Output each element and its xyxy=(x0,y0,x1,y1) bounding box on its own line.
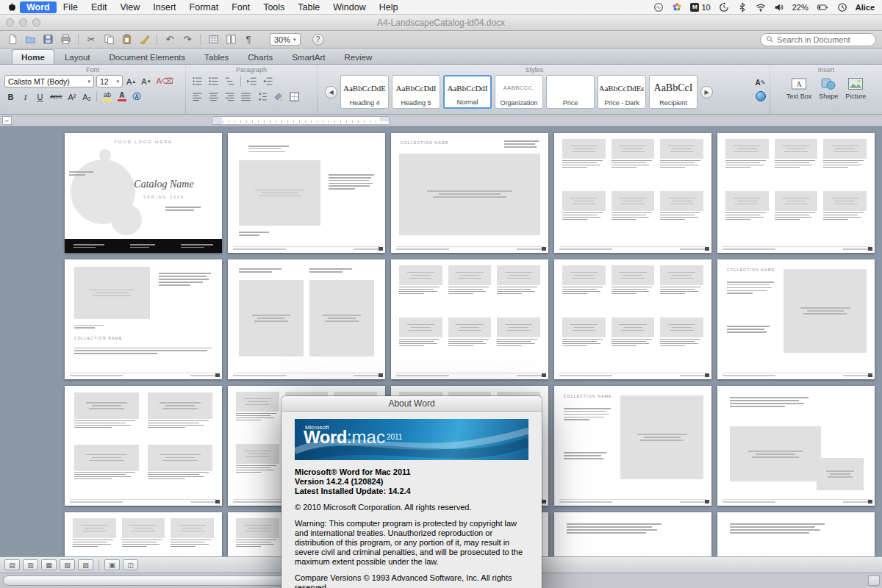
zoom-select[interactable]: 30%▾ xyxy=(270,33,301,46)
strikethrough-button[interactable]: ABC xyxy=(49,90,63,103)
cut-button[interactable]: ✂ xyxy=(85,33,98,46)
print-button[interactable] xyxy=(59,33,72,46)
page-thumbnail-4[interactable] xyxy=(554,133,711,253)
new-document-button[interactable] xyxy=(6,33,19,46)
page-thumbnail-8[interactable] xyxy=(391,259,548,379)
numbered-list-button[interactable] xyxy=(207,75,220,87)
align-left-button[interactable] xyxy=(190,90,204,103)
styles-scroll-left-button[interactable]: ◀ xyxy=(325,86,337,98)
columns-button[interactable] xyxy=(224,33,237,46)
redo-button[interactable]: ↷ xyxy=(181,33,194,46)
bluetooth-icon[interactable] xyxy=(737,2,747,12)
align-center-button[interactable] xyxy=(207,90,220,103)
insert-table-button[interactable] xyxy=(207,33,220,46)
menu-edit[interactable]: Edit xyxy=(85,1,114,13)
grow-font-button[interactable]: A▲ xyxy=(125,75,137,87)
tab-smartart[interactable]: SmartArt xyxy=(283,50,334,64)
increase-indent-button[interactable] xyxy=(261,75,275,87)
minimize-button[interactable] xyxy=(19,18,27,26)
justify-button[interactable] xyxy=(239,90,253,103)
search-input[interactable] xyxy=(777,35,870,44)
user-menu[interactable]: Alice xyxy=(856,3,875,12)
page-thumbnail-9[interactable] xyxy=(554,259,711,379)
resize-grip[interactable] xyxy=(868,576,880,586)
menu-format[interactable]: Format xyxy=(183,1,226,13)
page-thumbnail-7[interactable] xyxy=(228,259,385,379)
dialog-title-bar[interactable]: About Word xyxy=(282,396,542,412)
page-thumbnail-6[interactable]: COLLECTION NAME xyxy=(65,259,222,379)
page-thumbnail-1[interactable]: YOUR LOGO HERE Catalog Name SPRING 2016 xyxy=(65,133,222,253)
manage-styles-button[interactable]: A✎ xyxy=(754,77,767,88)
font-name-select[interactable]: Calisto MT (Body)▾ xyxy=(4,75,94,87)
style-heading-5[interactable]: AaBbCcDdIHeading 5 xyxy=(392,75,440,109)
align-right-button[interactable] xyxy=(223,90,237,103)
style-normal[interactable]: AaBbCcDdINormal xyxy=(443,75,492,109)
subscript-button[interactable]: A₂ xyxy=(80,90,93,103)
tab-review[interactable]: Review xyxy=(336,50,381,64)
insert-text-box-button[interactable]: Text Box xyxy=(786,76,812,100)
fullscreen-view-button[interactable]: ◫ xyxy=(123,559,138,570)
decrease-indent-button[interactable] xyxy=(245,75,259,87)
paste-button[interactable] xyxy=(120,33,133,46)
clock-icon[interactable] xyxy=(837,2,847,12)
shading-button[interactable] xyxy=(271,90,285,103)
wifi-icon[interactable] xyxy=(756,2,766,12)
print-layout-view-button[interactable]: ▧ xyxy=(60,559,75,570)
style-price[interactable]: Price xyxy=(546,75,595,109)
highlight-button[interactable]: ab xyxy=(101,90,113,103)
insert-picture-button[interactable]: Picture xyxy=(845,76,866,100)
page-thumbnail-20[interactable] xyxy=(717,512,875,556)
menu-font[interactable]: Font xyxy=(225,1,257,13)
siri-icon[interactable] xyxy=(653,2,664,12)
tab-layout[interactable]: Layout xyxy=(56,50,99,64)
menu-table[interactable]: Table xyxy=(291,1,326,13)
tab-charts[interactable]: Charts xyxy=(239,50,282,64)
outline-view-button[interactable]: ▥ xyxy=(23,559,38,570)
font-color-button[interactable]: A xyxy=(115,90,128,103)
menu-help[interactable]: Help xyxy=(373,1,405,13)
page-thumbnail-5[interactable] xyxy=(717,133,875,253)
photos-flower-icon[interactable] xyxy=(672,2,682,12)
bullet-list-button[interactable] xyxy=(190,75,204,87)
multilevel-list-button[interactable] xyxy=(223,75,237,87)
volume-icon[interactable] xyxy=(774,2,784,12)
notebook-view-button[interactable]: ▨ xyxy=(78,559,93,570)
page-thumbnail-14[interactable]: COLLECTION NAME xyxy=(554,386,711,506)
help-button[interactable]: ? xyxy=(312,34,324,46)
style-price-dark[interactable]: AaBbCcDdEePrice - Dark xyxy=(598,75,646,109)
close-button[interactable] xyxy=(6,18,14,26)
reference-tools-button[interactable] xyxy=(754,91,767,102)
page-thumbnail-2[interactable] xyxy=(228,133,385,253)
battery-icon[interactable] xyxy=(817,2,829,12)
menu-insert[interactable]: Insert xyxy=(146,1,182,13)
menu-word[interactable]: Word xyxy=(20,1,57,13)
bold-button[interactable]: B xyxy=(4,90,17,103)
apple-menu[interactable] xyxy=(7,1,17,12)
menu-extra-counter[interactable]: M10 xyxy=(690,3,710,12)
copy-button[interactable] xyxy=(102,33,115,46)
style-organization[interactable]: AABBCCC.Organization xyxy=(495,75,543,109)
page-thumbnail-11[interactable] xyxy=(65,386,222,506)
page-thumbnail-15[interactable] xyxy=(717,386,875,506)
underline-button[interactable]: U xyxy=(34,90,46,103)
shrink-font-button[interactable]: A▼ xyxy=(140,75,152,87)
tab-tables[interactable]: Tables xyxy=(196,50,237,64)
style-recipient[interactable]: AaBbCcIRecipient xyxy=(649,75,698,109)
menu-tools[interactable]: Tools xyxy=(257,1,291,13)
tab-document-elements[interactable]: Document Elements xyxy=(100,50,194,64)
line-spacing-button[interactable] xyxy=(255,90,269,103)
save-button[interactable] xyxy=(41,33,54,46)
page-thumbnail-19[interactable] xyxy=(554,512,711,556)
format-painter-button[interactable] xyxy=(137,33,151,46)
page-thumbnail-10[interactable]: COLLECTION NAME xyxy=(717,259,875,379)
horizontal-ruler[interactable] xyxy=(212,116,390,125)
open-button[interactable] xyxy=(24,33,37,46)
page-thumbnail-16[interactable] xyxy=(65,512,222,556)
time-machine-icon[interactable] xyxy=(719,2,729,12)
text-effects-button[interactable]: Ⓐ xyxy=(130,90,143,103)
zoom-button[interactable] xyxy=(32,18,40,26)
undo-button[interactable]: ↶ xyxy=(163,33,176,46)
tab-home[interactable]: Home xyxy=(12,49,54,64)
publishing-view-button[interactable]: ▦ xyxy=(41,559,57,570)
insert-shape-button[interactable]: Shape xyxy=(819,76,838,100)
